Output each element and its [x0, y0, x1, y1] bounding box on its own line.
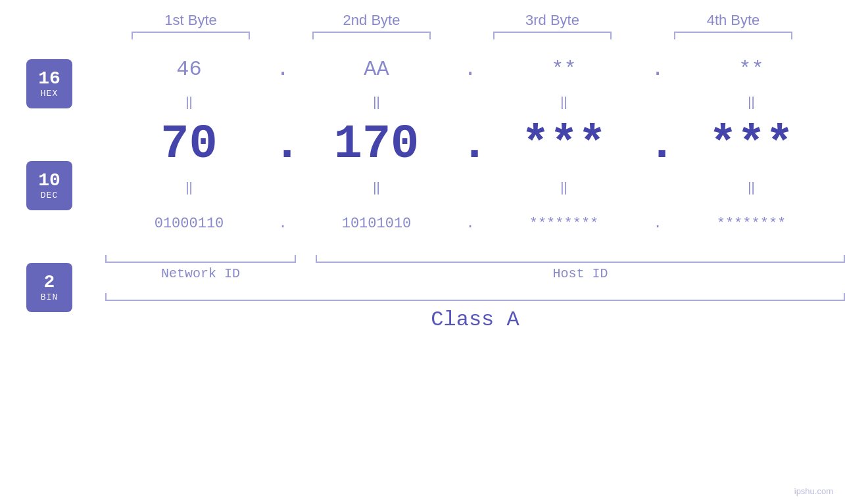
hex-cell-2: AA — [293, 57, 460, 81]
bin-value-3: ******** — [529, 216, 599, 232]
equals-row-1: || || || || — [105, 92, 845, 112]
equals-cell-1-4: || — [667, 95, 835, 110]
hex-cell-4: ** — [667, 57, 835, 81]
byte-header-1: 1st Byte — [101, 12, 281, 29]
host-id-label: Host ID — [316, 266, 845, 281]
bracket-1 — [101, 32, 281, 39]
bin-row: 01000110 . 10101010 . ******** . — [105, 197, 845, 250]
equals-cell-2-4: || — [667, 180, 835, 195]
bin-dot-3: . — [648, 216, 667, 232]
byte-header-3: 3rd Byte — [462, 12, 643, 29]
hex-value-2: AA — [364, 57, 389, 81]
bin-value-4: ******** — [717, 216, 786, 232]
bin-badge: 2 BIN — [26, 263, 72, 312]
bracket-3 — [462, 32, 643, 39]
equals-cell-1-3: || — [480, 95, 648, 110]
host-bracket — [316, 255, 845, 263]
hex-cell-1: 46 — [105, 57, 273, 81]
dec-cell-1: 70 — [105, 121, 273, 168]
bracket-row — [39, 32, 845, 39]
byte-header-4: 4th Byte — [643, 12, 824, 29]
hex-row: 46 . AA . ** . ** — [105, 46, 845, 92]
bin-cell-2: 10101010 — [293, 216, 460, 232]
main-container: 1st Byte 2nd Byte 3rd Byte 4th Byte 16 H… — [0, 0, 845, 504]
dec-cell-2: 170 — [293, 121, 460, 168]
dec-value-2: 170 — [334, 118, 420, 172]
content-area: 16 HEX 10 DEC 2 BIN 46 . — [0, 46, 845, 332]
hex-value-1: 46 — [176, 57, 201, 81]
equals-cell-1-1: || — [105, 95, 273, 110]
dec-value-1: 70 — [160, 118, 217, 172]
bracket-2 — [281, 32, 462, 39]
ip-columns: 46 . AA . ** . ** — [105, 46, 845, 332]
network-bracket — [105, 255, 296, 263]
dec-badge-number: 10 — [38, 171, 60, 191]
bottom-brackets — [105, 255, 845, 263]
dec-cell-4: *** — [667, 121, 835, 168]
equals-row-2: || || || || — [105, 177, 845, 197]
hex-badge-label: HEX — [41, 89, 58, 99]
dec-badge: 10 DEC — [26, 161, 72, 210]
network-id-label: Network ID — [105, 266, 296, 281]
bin-value-2: 10101010 — [342, 216, 412, 232]
bin-cell-4: ******** — [667, 216, 835, 232]
dec-row: 70 . 170 . *** . *** — [105, 112, 845, 177]
equals-cell-2-2: || — [293, 180, 460, 195]
hex-dot-1: . — [273, 57, 293, 81]
hex-value-3: ** — [551, 57, 576, 81]
hex-badge: 16 HEX — [26, 59, 72, 108]
bin-dot-2: . — [460, 216, 480, 232]
dec-cell-3: *** — [480, 121, 648, 168]
dec-badge-label: DEC — [41, 191, 58, 200]
bottom-labels: Network ID Host ID — [105, 266, 845, 281]
dec-value-3: *** — [521, 118, 607, 172]
hex-value-4: ** — [738, 57, 763, 81]
dec-dot-1: . — [273, 121, 293, 168]
bin-cell-1: 01000110 — [105, 216, 273, 232]
badges-column: 16 HEX 10 DEC 2 BIN — [26, 46, 105, 332]
bracket-gap-1 — [296, 255, 316, 263]
byte-header-2: 2nd Byte — [281, 12, 462, 29]
hex-dot-2: . — [460, 57, 480, 81]
watermark: ipshu.com — [794, 486, 833, 496]
hex-dot-3: . — [648, 57, 667, 81]
dec-dot-2: . — [460, 121, 480, 168]
hex-badge-number: 16 — [38, 69, 60, 89]
equals-cell-1-2: || — [293, 95, 460, 110]
big-bracket — [105, 293, 845, 301]
bin-dot-1: . — [273, 216, 293, 232]
equals-cell-2-1: || — [105, 180, 273, 195]
bin-value-1: 01000110 — [155, 216, 224, 232]
dec-dot-3: . — [648, 121, 667, 168]
equals-cell-2-3: || — [480, 180, 648, 195]
hex-cell-3: ** — [480, 57, 648, 81]
bin-cell-3: ******** — [480, 216, 648, 232]
class-label: Class A — [105, 308, 845, 332]
label-gap-1 — [296, 266, 316, 281]
bracket-4 — [643, 32, 824, 39]
byte-headers: 1st Byte 2nd Byte 3rd Byte 4th Byte — [39, 0, 845, 29]
dec-value-4: *** — [709, 118, 794, 172]
bin-badge-label: BIN — [41, 292, 58, 302]
bin-badge-number: 2 — [44, 273, 55, 293]
